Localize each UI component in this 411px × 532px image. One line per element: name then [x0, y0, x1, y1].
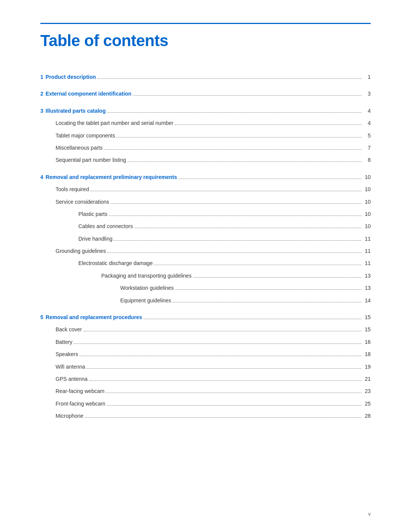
- section-4-sub-2-label: Service considerations: [56, 198, 109, 206]
- footer-page-label: v: [368, 511, 371, 517]
- section-3-sub-4-page: 8: [363, 156, 371, 164]
- section-5-group: 5 Removal and replacement procedures 15 …: [40, 313, 371, 420]
- section-5-sub-8: Microphone 28: [40, 412, 371, 420]
- section-2-label: External component identification: [46, 89, 132, 98]
- section-4-sub-1-label: Tools required: [56, 185, 89, 193]
- section-5-sub-3: Speakers 18: [40, 350, 371, 358]
- section-5-sub-6-label: Rear-facing webcam: [56, 387, 104, 395]
- section-1-label: Product description: [46, 73, 96, 81]
- section-2-group: 2 External component identification 3: [40, 89, 371, 98]
- section-5-sub-4-label: Wifi antenna: [56, 363, 85, 371]
- section-5-sub-3-label: Speakers: [56, 350, 78, 358]
- section-4-sub-10-label: Equipment guidelines: [120, 296, 171, 305]
- section-3-sub-1-page: 4: [363, 119, 371, 127]
- top-border: [40, 23, 371, 24]
- section-3-sub-4: Sequential part number listing 8: [40, 156, 371, 164]
- section-4-sub-3-label: Plastic parts: [78, 210, 107, 218]
- section-2-number: 2: [40, 89, 43, 98]
- section-5-sub-7-label: Front-facing webcam: [56, 399, 105, 408]
- section-5-sub-3-page: 18: [363, 350, 371, 358]
- section-4-sub-10: Equipment guidelines 14: [40, 296, 371, 305]
- section-3-sub-2: Tablet major components 5: [40, 131, 371, 140]
- section-5-sub-5: GPS antenna 21: [40, 375, 371, 383]
- section-5-sub-8-page: 28: [363, 412, 371, 420]
- section-4-sub-8-page: 13: [363, 272, 371, 280]
- section-3-label: Illustrated parts catalog: [46, 107, 106, 115]
- section-3-heading: 3 Illustrated parts catalog 4: [40, 107, 371, 115]
- section-5-sub-7: Front-facing webcam 25: [40, 399, 371, 408]
- section-5-sub-2-label: Battery: [56, 338, 72, 346]
- section-4-sub-6-label: Grounding guidelines: [56, 247, 106, 255]
- section-5-sub-1: Back cover 15: [40, 325, 371, 334]
- section-4-heading: 4 Removal and replacement preliminary re…: [40, 173, 371, 181]
- section-4-sub-8: Packaging and transporting guidelines 13: [40, 272, 371, 280]
- section-5-sub-7-page: 25: [363, 399, 371, 408]
- section-1-number: 1: [40, 73, 43, 81]
- section-4-label: Removal and replacement preliminary requ…: [46, 173, 177, 181]
- section-4-sub-10-page: 14: [363, 296, 371, 305]
- section-4-sub-7-label: Electrostatic discharge damage: [78, 259, 153, 267]
- section-5-number: 5: [40, 313, 43, 321]
- section-5-sub-4-page: 19: [363, 363, 371, 371]
- section-3-sub-4-label: Sequential part number listing: [56, 156, 126, 164]
- section-4-page: 10: [363, 173, 371, 181]
- section-2-page: 3: [363, 89, 371, 98]
- section-1-dots: [97, 78, 362, 79]
- section-3-sub-1: Locating the tablet part number and seri…: [40, 119, 371, 127]
- section-4-sub-7-page: 11: [363, 259, 371, 267]
- section-4-sub-4-page: 10: [363, 222, 371, 230]
- section-4-sub-4-label: Cables and connectors: [78, 222, 133, 230]
- section-3-sub-3-page: 7: [363, 144, 371, 152]
- page-title: Table of contents: [40, 32, 371, 50]
- section-3-sub-3-label: Miscellaneous parts: [56, 144, 103, 152]
- section-5-sub-2-page: 16: [363, 338, 371, 346]
- section-4-sub-5: Drive handling 11: [40, 235, 371, 243]
- section-5-sub-2: Battery 16: [40, 338, 371, 346]
- section-5-heading: 5 Removal and replacement procedures 15: [40, 313, 371, 321]
- page-footer: v: [368, 511, 371, 517]
- section-5-sub-5-page: 21: [363, 375, 371, 383]
- section-4-sub-1-page: 10: [363, 185, 371, 193]
- toc-container: 1 Product description 1 2 External compo…: [40, 73, 371, 420]
- section-3-dots: [107, 112, 362, 113]
- section-3-sub-2-label: Tablet major components: [56, 131, 115, 140]
- section-2-heading: 2 External component identification 3: [40, 89, 371, 98]
- section-3-group: 3 Illustrated parts catalog 4 Locating t…: [40, 107, 371, 165]
- section-4-sub-2-page: 10: [363, 198, 371, 206]
- section-4-sub-6-page: 11: [363, 247, 371, 255]
- section-5-sub-4: Wifi antenna 19: [40, 363, 371, 371]
- section-5-label: Removal and replacement procedures: [46, 313, 142, 321]
- section-4-sub-6: Grounding guidelines 11: [40, 247, 371, 255]
- section-3-number: 3: [40, 107, 43, 115]
- section-3-sub-1-label: Locating the tablet part number and seri…: [56, 119, 174, 127]
- section-4-sub-5-page: 11: [363, 235, 371, 243]
- section-4-sub-2: Service considerations 10: [40, 198, 371, 206]
- section-1-heading: 1 Product description 1: [40, 73, 371, 81]
- section-4-sub-7: Electrostatic discharge damage 11: [40, 259, 371, 267]
- section-5-sub-6: Rear-facing webcam 23: [40, 387, 371, 395]
- section-4-number: 4: [40, 173, 43, 181]
- section-4-sub-4: Cables and connectors 10: [40, 222, 371, 230]
- section-5-page: 15: [363, 313, 371, 321]
- section-1-group: 1 Product description 1: [40, 73, 371, 81]
- section-4-sub-3: Plastic parts 10: [40, 210, 371, 218]
- section-4-group: 4 Removal and replacement preliminary re…: [40, 173, 371, 305]
- section-3-page: 4: [363, 107, 371, 115]
- section-4-sub-5-label: Drive handling: [78, 235, 113, 243]
- section-4-sub-9: Workstation guidelines 13: [40, 284, 371, 292]
- section-1-page: 1: [363, 73, 371, 81]
- section-5-sub-6-page: 23: [363, 387, 371, 395]
- section-3-sub-2-page: 5: [363, 131, 371, 140]
- section-4-sub-9-page: 13: [363, 284, 371, 292]
- section-2-dots: [133, 95, 362, 96]
- section-3-sub-3: Miscellaneous parts 7: [40, 144, 371, 152]
- section-5-sub-8-label: Microphone: [56, 412, 83, 420]
- section-4-sub-1: Tools required 10: [40, 185, 371, 193]
- section-5-sub-1-label: Back cover: [56, 325, 82, 334]
- section-4-sub-8-label: Packaging and transporting guidelines: [101, 272, 191, 280]
- section-5-sub-1-page: 15: [363, 325, 371, 334]
- section-4-sub-9-label: Workstation guidelines: [120, 284, 174, 292]
- section-4-sub-3-page: 10: [363, 210, 371, 218]
- section-5-sub-5-label: GPS antenna: [56, 375, 88, 383]
